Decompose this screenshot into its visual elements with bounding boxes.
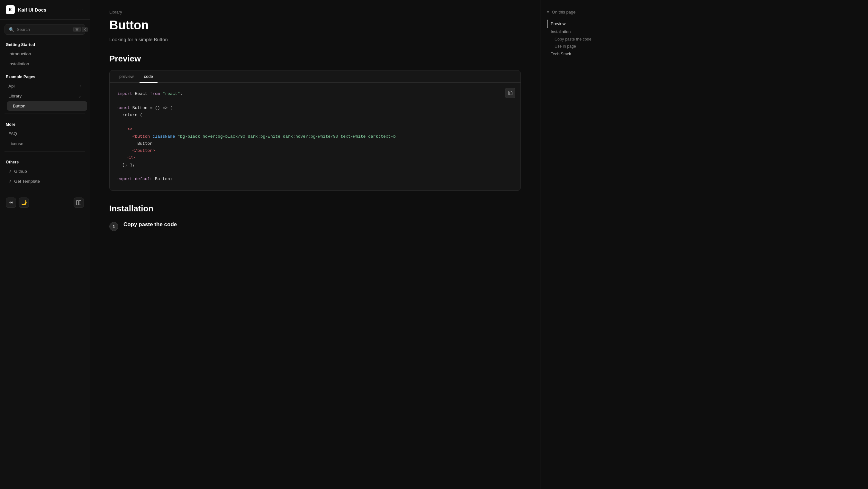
sidebar-footer: ☀ 🌙 <box>0 193 90 212</box>
search-input[interactable] <box>17 27 71 32</box>
step-1-row: 1 Copy paste the code <box>109 221 521 231</box>
section-getting-started: Getting Started <box>0 37 90 49</box>
light-theme-button[interactable]: ☀ <box>6 198 16 208</box>
page-title: Button <box>109 18 521 32</box>
sidebar-item-api[interactable]: Api › <box>3 81 87 91</box>
sidebar-item-introduction[interactable]: Introduction <box>3 49 87 59</box>
code-tabs: preview code <box>110 70 521 83</box>
search-box[interactable]: 🔍 ⌘ K <box>4 24 85 35</box>
breadcrumb: Library <box>109 10 521 15</box>
toc-item-tech-stack[interactable]: Tech Stack <box>547 50 604 58</box>
search-kbd-hint: ⌘ K <box>73 27 88 32</box>
preview-heading: Preview <box>109 54 521 64</box>
copy-icon <box>508 91 513 95</box>
cmd-key: ⌘ <box>73 27 81 32</box>
external-link-icon: ↗ <box>8 169 11 174</box>
section-more: More <box>0 116 90 129</box>
chevron-right-icon: › <box>80 84 81 88</box>
step-1-number: 1 <box>109 222 118 231</box>
search-icon: 🔍 <box>9 27 14 32</box>
sidebar-item-license[interactable]: License <box>3 139 87 148</box>
list-icon: ≡ <box>547 10 550 15</box>
installation-heading: Installation <box>109 204 521 213</box>
theme-toggles: ☀ 🌙 <box>6 198 29 208</box>
toc-item-installation[interactable]: Installation <box>547 28 604 36</box>
toc-header: ≡ On this page <box>547 10 604 15</box>
k-key: K <box>82 27 88 32</box>
sidebar-item-button[interactable]: Button <box>7 101 87 111</box>
toc-item-preview[interactable]: Preview <box>547 20 604 28</box>
right-panel: ≡ On this page Preview Installation Copy… <box>540 0 611 489</box>
page-subtitle: Looking for a simple Button <box>109 37 521 42</box>
sidebar-header: K Kaif UI Docs ··· <box>0 0 90 20</box>
svg-rect-2 <box>509 92 512 95</box>
section-example-pages: Example Pages <box>0 69 90 81</box>
sidebar-app-title: Kaif UI Docs <box>18 7 46 12</box>
layout-icon <box>76 200 81 205</box>
section-others: Others <box>0 154 90 166</box>
chevron-down-icon: ⌄ <box>78 94 81 98</box>
sidebar-menu-button[interactable]: ··· <box>77 6 84 13</box>
tab-preview[interactable]: preview <box>115 71 138 83</box>
sidebar-item-faq[interactable]: FAQ <box>3 129 87 138</box>
layout-toggle-button[interactable] <box>73 198 84 208</box>
external-link-icon-2: ↗ <box>8 179 11 184</box>
sidebar-item-installation[interactable]: Installation <box>3 59 87 68</box>
step-1-label: Copy paste the code <box>123 221 177 228</box>
code-container: preview code import React from "react"; … <box>109 70 521 191</box>
code-body: import React from "react"; const Button … <box>110 83 521 191</box>
dark-theme-button[interactable]: 🌙 <box>19 198 29 208</box>
toc-item-copy-paste[interactable]: Copy paste the code <box>547 36 604 43</box>
toc-item-use-in-page[interactable]: Use in page <box>547 43 604 50</box>
sidebar-divider-1 <box>4 114 85 114</box>
sidebar-divider-2 <box>4 151 85 151</box>
sidebar: K Kaif UI Docs ··· 🔍 ⌘ K Getting Started… <box>0 0 90 489</box>
svg-rect-1 <box>79 200 81 205</box>
copy-button[interactable] <box>505 88 515 98</box>
sidebar-item-github[interactable]: ↗ Github <box>3 167 87 176</box>
svg-rect-0 <box>76 200 79 205</box>
logo-icon: K <box>6 5 15 14</box>
main-content: Library Button Looking for a simple Butt… <box>90 0 540 489</box>
sidebar-item-library[interactable]: Library ⌄ <box>3 91 87 101</box>
tab-code[interactable]: code <box>140 71 157 83</box>
sidebar-logo: K Kaif UI Docs <box>6 5 46 14</box>
sidebar-item-get-template[interactable]: ↗ Get Template <box>3 177 87 186</box>
code-block: import React from "react"; const Button … <box>117 90 513 183</box>
